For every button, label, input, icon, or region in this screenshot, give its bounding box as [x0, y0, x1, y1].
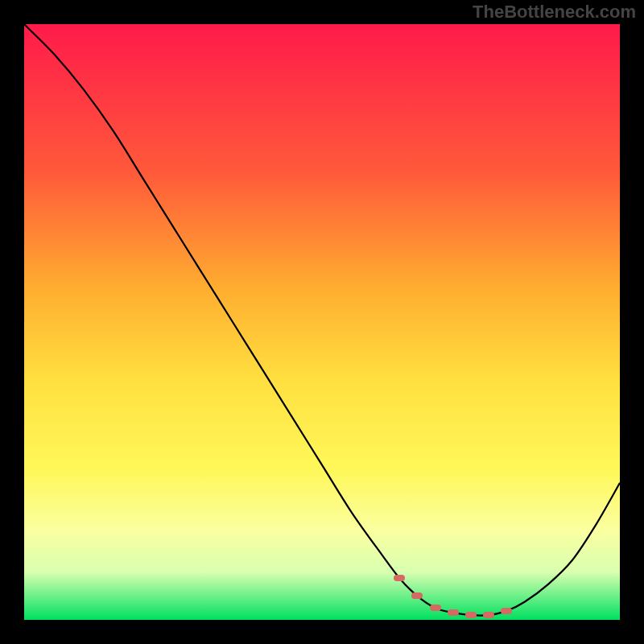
optimal-marker	[465, 612, 477, 618]
optimal-zone-markers	[24, 24, 620, 620]
optimal-marker	[448, 609, 459, 616]
optimal-marker	[394, 575, 405, 581]
optimal-marker	[501, 608, 512, 614]
optimal-marker	[483, 612, 494, 618]
optimal-marker	[430, 605, 441, 611]
optimal-marker	[411, 592, 423, 599]
watermark-text: TheBottleneck.com	[473, 2, 636, 23]
chart-canvas	[24, 24, 620, 620]
